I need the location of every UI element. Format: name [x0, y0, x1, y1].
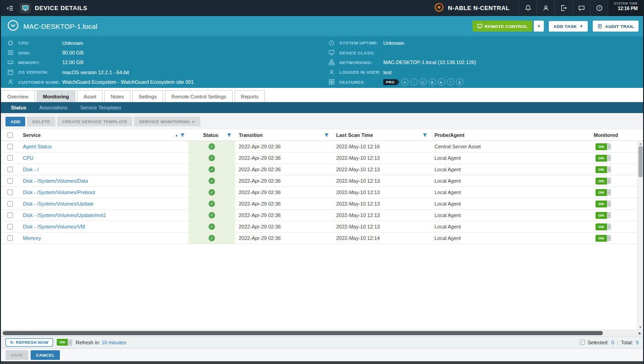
row-checkbox[interactable]	[7, 178, 13, 184]
service-link[interactable]: Disk - /System/Volumes/Preboot	[23, 190, 95, 195]
refresh-now-button[interactable]: ↻ REFRESH NOW	[5, 338, 53, 347]
tab-notes[interactable]: Notes	[104, 90, 130, 102]
row-checkbox[interactable]	[7, 167, 13, 172]
user-account-icon[interactable]	[537, 0, 554, 16]
info-row-memory: MEMORY: 12.00 GB	[7, 58, 322, 67]
monitored-toggle[interactable]: ONo	[596, 189, 611, 196]
monitored-toggle[interactable]: ONo	[596, 223, 611, 230]
row-checkbox[interactable]	[7, 235, 13, 241]
probe-agent-cell: Local Agent	[431, 187, 590, 198]
vertical-scrollbar[interactable]: ▲ ▼	[637, 141, 643, 330]
monitored-toggle[interactable]: ONo	[596, 235, 611, 242]
notifications-bell-icon[interactable]	[519, 0, 537, 16]
info-row-system-uptime: SYSTEM UPTIME: Unknown	[328, 38, 643, 48]
horizontal-scroll-thumb[interactable]	[3, 331, 603, 335]
auto-refresh-toggle[interactable]: ONo	[57, 339, 72, 346]
monitored-toggle[interactable]: ONo	[596, 212, 611, 219]
monitored-toggle[interactable]: ONo	[596, 155, 611, 162]
scroll-right-arrow-icon[interactable]: ▶	[639, 331, 641, 335]
monitored-toggle[interactable]: ONo	[596, 143, 611, 150]
audit-trail-button[interactable]: AUDIT TRAIL	[593, 21, 639, 32]
brand-name: N-ABLE N-CENTRAL	[448, 5, 510, 11]
column-header-transition[interactable]: Transition	[235, 130, 333, 141]
tab-asset[interactable]: Asset	[77, 90, 103, 102]
table-row: Disk - /System/Volumes/Data ✓ 2022-Apr-2…	[1, 175, 643, 187]
subtab-associations[interactable]: Associations	[33, 105, 74, 110]
service-monitoring-button[interactable]: SERVICE MONITORING ▼	[134, 117, 200, 126]
filter-funnel-icon[interactable]	[227, 133, 231, 137]
column-header-last-scan-time[interactable]: Last Scan Time	[333, 130, 431, 141]
filter-funnel-icon[interactable]	[423, 133, 427, 137]
remote-control-dropdown-button[interactable]: ▼	[534, 21, 544, 32]
row-checkbox[interactable]	[7, 224, 13, 229]
last-scan-cell: 2022-May-10 12:14	[333, 233, 431, 244]
total-label: Total:	[621, 340, 633, 345]
system-time: SYSTEM TIME 12:16 PM	[608, 0, 643, 16]
tab-reports[interactable]: Reports	[235, 90, 265, 102]
clipboard-icon	[597, 23, 602, 29]
add-task-button[interactable]: ADD TASK ▼	[549, 21, 588, 32]
scroll-up-arrow-icon[interactable]: ▲	[639, 141, 642, 146]
horizontal-scrollbar[interactable]: ▶	[1, 330, 643, 336]
row-checkbox[interactable]	[7, 190, 13, 195]
filter-funnel-icon[interactable]	[180, 133, 185, 137]
row-checkbox[interactable]	[7, 144, 13, 149]
monitored-toggle[interactable]: ONo	[596, 201, 611, 207]
service-link[interactable]: Disk - /System/Volumes/Update/mnt1	[23, 212, 106, 218]
logout-icon[interactable]	[554, 0, 572, 16]
service-link[interactable]: CPU	[23, 155, 33, 161]
transition-cell: 2022-Apr-29 02:36	[235, 187, 333, 198]
select-all-checkbox[interactable]	[7, 132, 13, 138]
service-link[interactable]: Disk - /System/Volumes/Data	[23, 178, 88, 184]
subtab-status[interactable]: Status	[5, 105, 33, 110]
row-checkbox[interactable]	[7, 155, 13, 161]
device-expand-chevron-icon[interactable]	[7, 20, 19, 33]
column-header-status[interactable]: Status	[188, 130, 235, 141]
sidebar-collapse-icon[interactable]	[5, 3, 16, 14]
status-ok-icon: ✓	[209, 212, 215, 218]
help-icon[interactable]: ?	[590, 0, 608, 16]
last-scan-cell: 2022-May-10 12:13	[333, 210, 431, 221]
service-link[interactable]: Disk - /System/Volumes/Update	[23, 201, 94, 206]
selected-label: Selected:	[588, 340, 609, 345]
service-link[interactable]: Disk - /	[23, 167, 38, 172]
delete-button[interactable]: DELETE	[27, 117, 55, 126]
feature-info-icon: i	[410, 78, 418, 86]
remote-control-button[interactable]: REMOTE CONTROL	[472, 21, 532, 32]
service-link[interactable]: Agent Status	[23, 144, 52, 149]
tab-settings[interactable]: Settings	[132, 90, 163, 102]
save-button[interactable]: SAVE	[5, 350, 28, 360]
monitoring-status-content: ADD DELETE CREATE SERVICE TEMPLATE SERVI…	[1, 113, 643, 336]
tab-remote-control-settings[interactable]: Remote Control Settings	[165, 90, 233, 102]
status-ok-icon: ✓	[209, 235, 215, 241]
sort-ascending-icon[interactable]: ▲	[175, 133, 178, 137]
tab-monitoring[interactable]: Monitoring	[37, 90, 75, 102]
column-header-probe-agent[interactable]: Probe/Agent	[431, 130, 590, 141]
vertical-scroll-thumb[interactable]	[639, 146, 643, 177]
service-link[interactable]: Disk - /System/Volumes/VM	[23, 224, 85, 229]
row-checkbox[interactable]	[7, 201, 13, 206]
add-button[interactable]: ADD	[5, 117, 25, 126]
column-header-service[interactable]: Service ▲	[19, 130, 188, 141]
svg-text:?: ?	[598, 6, 600, 10]
column-header-monitored[interactable]: Monitored	[590, 130, 637, 141]
tab-overview[interactable]: Overview	[1, 90, 35, 102]
table-row: Memory ✓ 2022-Apr-29 02:36 2022-May-10 1…	[1, 233, 643, 244]
filter-funnel-icon[interactable]	[324, 133, 329, 137]
footer-bar: ↻ REFRESH NOW ONo Refresh in: 10 minutes…	[1, 336, 643, 348]
scroll-down-arrow-icon[interactable]: ▼	[639, 325, 642, 330]
info-row-cpu: CPU: Unknown	[7, 38, 322, 48]
service-link[interactable]: Memory	[23, 235, 41, 241]
transition-cell: 2022-Apr-29 02:36	[235, 152, 333, 163]
row-checkbox[interactable]	[7, 212, 13, 218]
create-service-template-button[interactable]: CREATE SERVICE TEMPLATE	[57, 117, 133, 126]
monitored-toggle[interactable]: ONo	[596, 166, 611, 173]
monitored-toggle[interactable]: ONo	[596, 178, 611, 185]
refresh-interval-link[interactable]: 10 minutes	[102, 340, 126, 345]
chat-icon[interactable]	[572, 0, 590, 16]
cancel-button[interactable]: CANCEL	[31, 350, 59, 360]
logged-in-user-icon	[328, 69, 336, 76]
subtab-service-templates[interactable]: Service Templates	[74, 105, 128, 110]
feature-play-icon: ▶	[438, 78, 445, 86]
info-label: NETWORKING:	[339, 60, 383, 65]
